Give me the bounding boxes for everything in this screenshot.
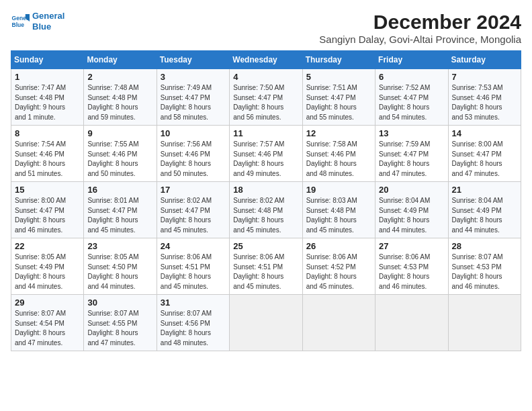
day-number: 14 <box>452 128 517 138</box>
day-info: Sunrise: 8:02 AM Sunset: 4:48 PM Dayligh… <box>233 196 298 235</box>
day-number: 10 <box>161 128 226 138</box>
day-number: 24 <box>161 241 226 251</box>
day-number: 30 <box>87 298 152 308</box>
column-header-friday: Friday <box>375 51 448 69</box>
calendar-cell: 8Sunrise: 7:54 AM Sunset: 4:46 PM Daylig… <box>11 126 84 182</box>
day-number: 15 <box>15 185 80 195</box>
calendar-cell: 19Sunrise: 8:03 AM Sunset: 4:48 PM Dayli… <box>302 182 375 238</box>
calendar-cell <box>375 295 448 351</box>
day-info: Sunrise: 7:47 AM Sunset: 4:48 PM Dayligh… <box>15 83 80 122</box>
day-number: 29 <box>15 298 80 308</box>
day-number: 26 <box>306 241 371 251</box>
day-number: 21 <box>452 185 517 195</box>
calendar-cell <box>448 295 521 351</box>
calendar-cell: 11Sunrise: 7:57 AM Sunset: 4:46 PM Dayli… <box>230 126 302 182</box>
day-info: Sunrise: 8:04 AM Sunset: 4:49 PM Dayligh… <box>379 196 444 235</box>
day-number: 7 <box>452 72 517 82</box>
logo: General Blue General Blue <box>11 11 64 32</box>
calendar-cell: 12Sunrise: 7:58 AM Sunset: 4:46 PM Dayli… <box>302 126 375 182</box>
logo-icon: General Blue <box>11 12 30 31</box>
calendar-cell: 2Sunrise: 7:48 AM Sunset: 4:48 PM Daylig… <box>84 69 157 126</box>
calendar-cell: 6Sunrise: 7:52 AM Sunset: 4:47 PM Daylig… <box>375 69 448 126</box>
svg-text:Blue: Blue <box>12 21 25 28</box>
day-info: Sunrise: 8:07 AM Sunset: 4:53 PM Dayligh… <box>452 253 517 291</box>
calendar-cell: 23Sunrise: 8:05 AM Sunset: 4:50 PM Dayli… <box>84 238 157 295</box>
calendar-title: December 2024 <box>319 11 521 34</box>
day-number: 6 <box>379 72 444 82</box>
day-info: Sunrise: 8:01 AM Sunset: 4:47 PM Dayligh… <box>87 196 152 235</box>
day-number: 1 <box>15 72 80 82</box>
day-info: Sunrise: 7:58 AM Sunset: 4:46 PM Dayligh… <box>306 140 371 179</box>
day-number: 17 <box>161 185 226 195</box>
day-info: Sunrise: 7:51 AM Sunset: 4:47 PM Dayligh… <box>306 83 371 122</box>
day-info: Sunrise: 8:07 AM Sunset: 4:55 PM Dayligh… <box>87 309 152 348</box>
calendar-cell: 30Sunrise: 8:07 AM Sunset: 4:55 PM Dayli… <box>84 295 157 351</box>
calendar-cell: 26Sunrise: 8:06 AM Sunset: 4:52 PM Dayli… <box>302 238 375 295</box>
calendar-cell: 1Sunrise: 7:47 AM Sunset: 4:48 PM Daylig… <box>11 69 84 126</box>
column-header-wednesday: Wednesday <box>230 51 302 69</box>
day-info: Sunrise: 7:57 AM Sunset: 4:46 PM Dayligh… <box>233 140 298 179</box>
day-number: 20 <box>379 185 444 195</box>
calendar-cell: 13Sunrise: 7:59 AM Sunset: 4:47 PM Dayli… <box>375 126 448 182</box>
day-info: Sunrise: 8:06 AM Sunset: 4:51 PM Dayligh… <box>161 253 226 291</box>
logo-text: General Blue <box>32 11 64 32</box>
day-number: 11 <box>233 128 298 138</box>
day-info: Sunrise: 8:07 AM Sunset: 4:56 PM Dayligh… <box>161 309 226 348</box>
day-number: 19 <box>306 185 371 195</box>
column-header-monday: Monday <box>84 51 157 69</box>
title-block: December 2024 Sangiyn Dalay, Govi-Altai … <box>319 11 521 45</box>
day-info: Sunrise: 8:07 AM Sunset: 4:54 PM Dayligh… <box>15 309 80 348</box>
calendar-cell: 24Sunrise: 8:06 AM Sunset: 4:51 PM Dayli… <box>157 238 229 295</box>
day-number: 25 <box>233 241 298 251</box>
day-info: Sunrise: 7:54 AM Sunset: 4:46 PM Dayligh… <box>15 140 80 179</box>
day-info: Sunrise: 8:06 AM Sunset: 4:51 PM Dayligh… <box>233 253 298 291</box>
calendar-cell: 28Sunrise: 8:07 AM Sunset: 4:53 PM Dayli… <box>448 238 521 295</box>
calendar-cell: 9Sunrise: 7:55 AM Sunset: 4:46 PM Daylig… <box>84 126 157 182</box>
calendar-table: SundayMondayTuesdayWednesdayThursdayFrid… <box>11 50 521 351</box>
day-number: 16 <box>87 185 152 195</box>
day-info: Sunrise: 8:00 AM Sunset: 4:47 PM Dayligh… <box>452 140 517 179</box>
day-number: 5 <box>306 72 371 82</box>
day-info: Sunrise: 8:00 AM Sunset: 4:47 PM Dayligh… <box>15 196 80 235</box>
calendar-cell: 16Sunrise: 8:01 AM Sunset: 4:47 PM Dayli… <box>84 182 157 238</box>
day-info: Sunrise: 7:55 AM Sunset: 4:46 PM Dayligh… <box>87 140 152 179</box>
calendar-cell: 10Sunrise: 7:56 AM Sunset: 4:46 PM Dayli… <box>157 126 229 182</box>
day-info: Sunrise: 8:05 AM Sunset: 4:50 PM Dayligh… <box>87 253 152 291</box>
calendar-cell: 14Sunrise: 8:00 AM Sunset: 4:47 PM Dayli… <box>448 126 521 182</box>
day-info: Sunrise: 8:04 AM Sunset: 4:49 PM Dayligh… <box>452 196 517 235</box>
calendar-cell: 20Sunrise: 8:04 AM Sunset: 4:49 PM Dayli… <box>375 182 448 238</box>
calendar-cell: 31Sunrise: 8:07 AM Sunset: 4:56 PM Dayli… <box>157 295 229 351</box>
calendar-cell: 27Sunrise: 8:06 AM Sunset: 4:53 PM Dayli… <box>375 238 448 295</box>
calendar-subtitle: Sangiyn Dalay, Govi-Altai Province, Mong… <box>319 34 521 45</box>
day-number: 8 <box>15 128 80 138</box>
day-number: 9 <box>87 128 152 138</box>
column-header-tuesday: Tuesday <box>157 51 229 69</box>
day-info: Sunrise: 8:02 AM Sunset: 4:47 PM Dayligh… <box>161 196 226 235</box>
day-info: Sunrise: 8:05 AM Sunset: 4:49 PM Dayligh… <box>15 253 80 291</box>
day-info: Sunrise: 7:48 AM Sunset: 4:48 PM Dayligh… <box>87 83 152 122</box>
calendar-cell <box>230 295 302 351</box>
calendar-cell: 4Sunrise: 7:50 AM Sunset: 4:47 PM Daylig… <box>230 69 302 126</box>
column-header-saturday: Saturday <box>448 51 521 69</box>
calendar-cell: 21Sunrise: 8:04 AM Sunset: 4:49 PM Dayli… <box>448 182 521 238</box>
day-info: Sunrise: 7:59 AM Sunset: 4:47 PM Dayligh… <box>379 140 444 179</box>
day-info: Sunrise: 7:50 AM Sunset: 4:47 PM Dayligh… <box>233 83 298 122</box>
column-header-sunday: Sunday <box>11 51 84 69</box>
calendar-cell: 7Sunrise: 7:53 AM Sunset: 4:46 PM Daylig… <box>448 69 521 126</box>
day-info: Sunrise: 7:53 AM Sunset: 4:46 PM Dayligh… <box>452 83 517 122</box>
column-header-thursday: Thursday <box>302 51 375 69</box>
day-number: 23 <box>87 241 152 251</box>
calendar-cell: 15Sunrise: 8:00 AM Sunset: 4:47 PM Dayli… <box>11 182 84 238</box>
day-number: 22 <box>15 241 80 251</box>
calendar-cell: 29Sunrise: 8:07 AM Sunset: 4:54 PM Dayli… <box>11 295 84 351</box>
page-header: General Blue General Blue December 2024 … <box>11 11 521 45</box>
day-number: 31 <box>161 298 226 308</box>
day-info: Sunrise: 8:03 AM Sunset: 4:48 PM Dayligh… <box>306 196 371 235</box>
calendar-cell: 5Sunrise: 7:51 AM Sunset: 4:47 PM Daylig… <box>302 69 375 126</box>
day-number: 18 <box>233 185 298 195</box>
day-info: Sunrise: 7:49 AM Sunset: 4:47 PM Dayligh… <box>161 83 226 122</box>
calendar-cell: 18Sunrise: 8:02 AM Sunset: 4:48 PM Dayli… <box>230 182 302 238</box>
day-number: 4 <box>233 72 298 82</box>
day-info: Sunrise: 8:06 AM Sunset: 4:53 PM Dayligh… <box>379 253 444 291</box>
day-info: Sunrise: 8:06 AM Sunset: 4:52 PM Dayligh… <box>306 253 371 291</box>
